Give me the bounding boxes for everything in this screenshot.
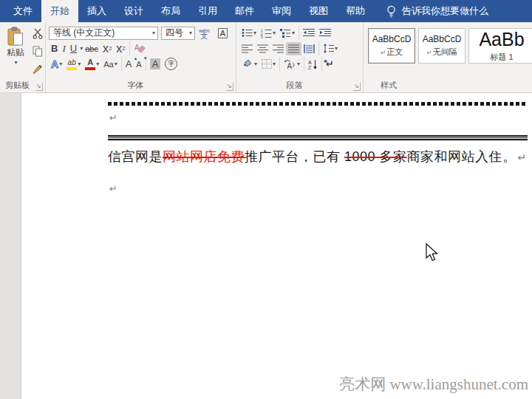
svg-text:Z: Z [308, 65, 312, 69]
highlight-button[interactable]: ab ▾ [64, 58, 83, 71]
distribute-button[interactable] [301, 42, 317, 55]
paragraph-group-label: 段落 [236, 80, 352, 91]
paragraph-dialog-launcher[interactable]: ↘ [353, 83, 361, 91]
shrink-font-button[interactable]: A ▼ [134, 58, 143, 71]
style-preview: AaBbCcD [372, 34, 412, 44]
tab-insert[interactable]: 插入 [78, 0, 115, 22]
font-color-button[interactable]: A ▾ [83, 58, 101, 71]
text-segment: 信宫网是 [108, 149, 163, 164]
svg-text:A: A [287, 62, 293, 69]
tab-layout[interactable]: 布局 [152, 0, 189, 22]
italic-button[interactable]: I [60, 42, 67, 55]
subscript-small: 2 [109, 45, 112, 52]
character-shading-icon: A [150, 58, 161, 69]
decrease-indent-icon [303, 28, 315, 38]
justify-button[interactable] [286, 42, 301, 55]
subscript-button[interactable]: x2 [100, 42, 114, 55]
tab-review[interactable]: 审阅 [263, 0, 300, 22]
phonetic-bottom-label: 文 [200, 33, 208, 38]
double-border-line [108, 135, 528, 140]
tab-help[interactable]: 帮助 [337, 0, 374, 22]
numbering-icon: 1 2 3 [261, 28, 272, 38]
style-card-heading1[interactable]: AaBb 标题 1 [468, 28, 532, 64]
paste-dropdown-icon[interactable]: ▾ [14, 59, 17, 66]
bold-button[interactable]: B [49, 42, 60, 55]
cut-button[interactable] [30, 27, 45, 40]
text-effects-icon: A [51, 58, 58, 70]
style-label: 正文 [386, 47, 403, 56]
lightbulb-icon [386, 5, 397, 18]
change-case-dropdown-icon: ▾ [115, 61, 117, 67]
font-color-dropdown-icon: ▾ [96, 61, 99, 67]
format-painter-button[interactable] [30, 62, 45, 75]
document-page[interactable]: ↵ 信宫网是网站网店免费推广平台，已有 1000 多家商家和网站入住。↵ ↵ 亮… [0, 93, 532, 399]
style-label: 无间隔 [433, 47, 457, 56]
tab-view[interactable]: 视图 [300, 0, 337, 22]
grow-font-button[interactable]: A ▲ [123, 58, 134, 71]
tab-file[interactable]: 文件 [4, 0, 41, 22]
superscript-button[interactable]: x2 [114, 42, 127, 55]
multilevel-list-button[interactable]: ▾ [278, 27, 297, 40]
tell-me-search[interactable]: 告诉我你想要做什么 [386, 0, 488, 22]
styles-group: AaBbCcD ↵正文 AaBbCcD ↵无间隔 AaBb 标题 1 样式 [364, 22, 532, 92]
shading-bucket-icon [242, 59, 253, 69]
shading-button[interactable]: ▾ [239, 58, 259, 71]
align-right-button[interactable] [270, 42, 286, 55]
paragraph-mark: ↵ [109, 183, 117, 194]
increase-indent-button[interactable] [317, 27, 333, 40]
character-shading-button[interactable]: A [148, 58, 163, 71]
show-hide-asterisk: ✱ [324, 58, 327, 64]
underline-button[interactable]: U [68, 42, 79, 55]
decrease-indent-button[interactable] [301, 27, 317, 40]
enclose-characters-button[interactable]: 字 [163, 58, 180, 71]
tab-design[interactable]: 设计 [115, 0, 152, 22]
bullets-button[interactable]: ▾ [239, 27, 259, 40]
text-segment: 商家和网站入住。 [407, 149, 516, 164]
strikethrough-button[interactable]: abc [83, 42, 100, 55]
tab-references[interactable]: 引用 [189, 0, 226, 22]
underline-label: U [70, 43, 77, 54]
copy-icon [33, 46, 43, 57]
style-card-normal[interactable]: AaBbCcD ↵正文 [368, 28, 415, 64]
sort-button[interactable]: A Z [306, 58, 320, 71]
text-effects-dropdown-icon: ▾ [59, 61, 62, 67]
borders-button[interactable]: ▾ [259, 58, 278, 71]
highlight-icon: ab [66, 58, 77, 70]
align-left-icon [242, 44, 253, 53]
eraser-icon: A [134, 43, 146, 54]
line-spacing-button[interactable]: ▾ [321, 42, 340, 55]
font-dialog-launcher[interactable]: ↘ [226, 83, 233, 91]
align-center-button[interactable] [255, 42, 270, 55]
numbering-button[interactable]: 1 2 3 ▾ [259, 27, 278, 40]
font-color-icon: A [85, 58, 95, 70]
text-effects-button[interactable]: A ▾ [49, 58, 64, 71]
asian-layout-button[interactable]: A ▾ [282, 58, 302, 71]
phonetic-guide-button[interactable]: wén 文 [197, 27, 212, 40]
paste-button[interactable]: 粘贴 ▾ [4, 27, 27, 66]
clipboard-dialog-launcher[interactable]: ↘ [35, 83, 43, 91]
style-preview: AaBbCcD [423, 34, 462, 44]
text-segment: 推广平台，已有 [245, 149, 344, 164]
font-size-combobox[interactable]: 四号 ▾ [161, 27, 195, 40]
font-name-combobox[interactable]: 等线 (中文正文) ▾ [49, 27, 158, 40]
change-case-button[interactable]: Aa ▾ [101, 58, 119, 71]
multilevel-list-icon [280, 28, 291, 38]
clear-formatting-button[interactable]: A [132, 42, 148, 55]
change-case-label: Aa [103, 60, 113, 69]
show-hide-marks-button[interactable]: ✱ ↵ [324, 58, 336, 71]
tab-home[interactable]: 开始 [41, 0, 78, 22]
character-border-icon: A [218, 28, 228, 38]
clipboard-group-label: 剪贴板 [0, 80, 35, 91]
font-name-value: 等线 (中文正文) [53, 27, 115, 39]
ribbon-tab-bar: 文件 开始 插入 设计 布局 引用 邮件 审阅 视图 帮助 告诉我你想要做什么 [0, 0, 532, 22]
copy-button[interactable] [30, 44, 45, 58]
document-text-line[interactable]: 信宫网是网站网店免费推广平台，已有 1000 多家商家和网站入住。↵ [108, 148, 527, 166]
watermark-text: 亮术网 www.liangshunet.com [339, 374, 528, 395]
scissors-icon [33, 28, 43, 39]
character-border-button[interactable]: A [214, 27, 230, 40]
superscript-small: 2 [122, 45, 125, 52]
tab-mailings[interactable]: 邮件 [226, 0, 263, 22]
align-left-button[interactable] [239, 42, 255, 55]
mouse-cursor [425, 243, 439, 262]
style-card-no-spacing[interactable]: AaBbCcD ↵无间隔 [418, 28, 466, 64]
